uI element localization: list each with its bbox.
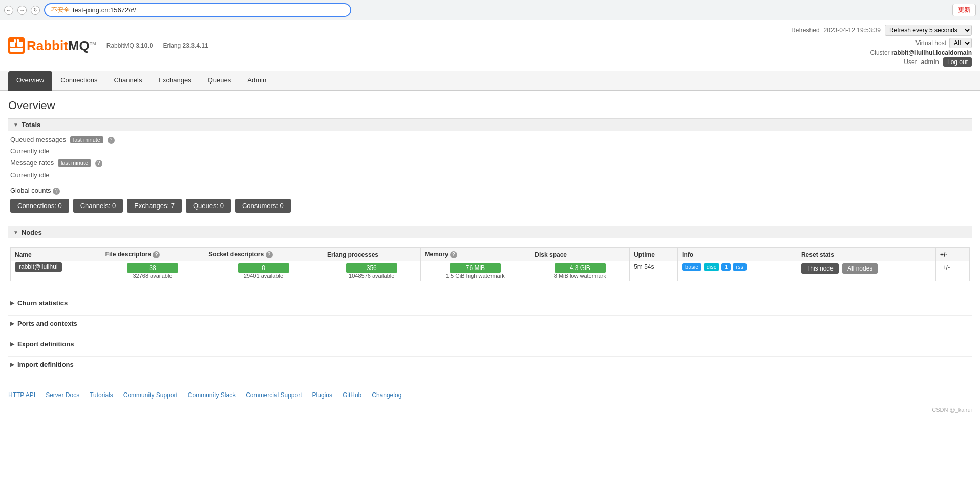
queued-help-icon[interactable]: ? (108, 137, 115, 144)
nav-exchanges[interactable]: Exchanges (150, 71, 199, 91)
nodes-body: Name File descriptors ? Socket descripto… (8, 238, 972, 286)
erlang-proc-bar: 356 (346, 263, 397, 273)
channels-count-btn[interactable]: Channels: 0 (73, 199, 123, 213)
socket-desc-cell: 0 29401 available (204, 261, 323, 281)
logo-rabbit: Rabbit (27, 38, 68, 53)
memory-help[interactable]: ? (450, 251, 457, 258)
erlang-version: Erlang 23.3.4.11 (163, 42, 208, 49)
import-definitions-header[interactable]: ▶ Import definitions (8, 356, 972, 373)
ports-contexts-section: ▶ Ports and contexts (8, 315, 972, 332)
consumers-count-btn[interactable]: Consumers: 0 (235, 199, 291, 213)
file-desc-available: 32768 available (105, 273, 200, 279)
socket-desc-help[interactable]: ? (266, 251, 273, 258)
totals-title: Totals (22, 121, 40, 129)
footer-tutorials[interactable]: Tutorials (90, 391, 113, 399)
memory-bar: 76 MiB (450, 263, 501, 273)
nodes-header[interactable]: ▼ Nodes (8, 226, 972, 238)
queues-count-btn[interactable]: Queues: 0 (186, 199, 231, 213)
churn-statistics-title: Churn statistics (17, 299, 68, 307)
back-button[interactable]: ← (4, 6, 13, 15)
vhost-row: Virtual host All / (791, 38, 972, 48)
update-button[interactable]: 更新 (952, 4, 976, 16)
global-counts-help-icon[interactable]: ? (53, 188, 60, 195)
nodes-title: Nodes (22, 229, 42, 236)
export-definitions-header[interactable]: ▶ Export definitions (8, 336, 972, 352)
footer-server-docs[interactable]: Server Docs (46, 391, 79, 399)
refresh-info: Refreshed 2023-04-12 19:53:39 Refresh ev… (791, 25, 972, 36)
ports-contexts-header[interactable]: ▶ Ports and contexts (8, 315, 972, 332)
vhost-select[interactable]: All / (949, 38, 972, 48)
nav-overview[interactable]: Overview (8, 71, 52, 91)
currently-idle-1: Currently idle (10, 147, 970, 155)
main-content: Overview ▼ Totals Queued messages last m… (0, 91, 980, 385)
totals-header[interactable]: ▼ Totals (8, 118, 972, 131)
logo: RabbitMQTM (8, 37, 96, 54)
churn-statistics-section: ▶ Churn statistics (8, 295, 972, 311)
footer-changelog[interactable]: Changelog (372, 391, 401, 399)
logout-button[interactable]: Log out (943, 57, 972, 67)
totals-section: ▼ Totals Queued messages last minute ? C… (8, 118, 972, 218)
import-definitions-title: Import definitions (17, 361, 74, 368)
logo-tm: TM (90, 41, 96, 46)
plus-minus-icon[interactable]: +/- (940, 261, 952, 273)
rabbitmq-version: RabbitMQ 3.10.0 (106, 42, 153, 49)
footer: HTTP API Server Docs Tutorials Community… (0, 385, 980, 405)
address-bar[interactable]: 不安全 test-jxing.cn:15672/#/ (44, 3, 351, 17)
footer-community-slack[interactable]: Community Slack (188, 391, 236, 399)
footer-community-support[interactable]: Community Support (123, 391, 178, 399)
browser-actions: 更新 (952, 4, 976, 16)
exchanges-count-btn[interactable]: Exchanges: 7 (127, 199, 182, 213)
forward-button[interactable]: → (17, 6, 27, 15)
export-triangle: ▶ (10, 341, 14, 347)
footer-plugins[interactable]: Plugins (312, 391, 332, 399)
info-cell: basic disc 1 rss (678, 261, 797, 281)
churn-triangle: ▶ (10, 300, 14, 306)
rabbitmq-app: RabbitMQTM RabbitMQ 3.10.0 Erlang 23.3.4… (0, 20, 980, 492)
socket-desc-bar: 0 (238, 263, 289, 273)
disk-space-cell: 4.3 GiB 8 MiB low watermark (530, 261, 630, 281)
badge-disc: disc (704, 263, 720, 271)
reset-stats-cell: This node All nodes (797, 261, 935, 281)
cluster-row: Cluster rabbit@liulihui.localdomain (791, 49, 972, 56)
refreshed-time: 2023-04-12 19:53:39 (824, 27, 881, 34)
file-desc-help[interactable]: ? (153, 251, 160, 258)
logo-mq: MQ (68, 38, 90, 53)
this-node-button[interactable]: This node (801, 263, 839, 274)
churn-statistics-header[interactable]: ▶ Churn statistics (8, 295, 972, 311)
footer-bottom: CSDN @_kairui (0, 405, 980, 417)
global-counts-label: Global counts (10, 187, 51, 194)
footer-bottom-text: CSDN @_kairui (932, 407, 972, 413)
footer-github[interactable]: GitHub (343, 391, 361, 399)
version-info: RabbitMQ 3.10.0 Erlang 23.3.4.11 (106, 42, 208, 49)
badge-num: 1 (721, 263, 731, 271)
footer-http-api[interactable]: HTTP API (8, 391, 35, 399)
nav-channels[interactable]: Channels (105, 71, 150, 91)
global-counts-buttons: Connections: 0 Channels: 0 Exchanges: 7 … (10, 199, 970, 213)
last-minute-badge2: last minute (58, 159, 91, 167)
plus-minus-cell: +/- (935, 261, 969, 281)
connections-count-btn[interactable]: Connections: 0 (10, 199, 69, 213)
info-badges: basic disc 1 rss (682, 263, 793, 271)
nav-queues[interactable]: Queues (200, 71, 240, 91)
cluster-label: Cluster (870, 49, 890, 56)
refresh-button[interactable]: ↻ (31, 6, 40, 15)
nav-admin[interactable]: Admin (239, 71, 274, 91)
erlang-proc-cell: 356 1048576 available (323, 261, 420, 281)
node-name-badge: rabbit@liulihui (15, 262, 62, 272)
export-definitions-title: Export definitions (17, 340, 74, 348)
footer-commercial-support[interactable]: Commercial Support (246, 391, 302, 399)
security-warning: 不安全 (51, 6, 70, 14)
all-nodes-button[interactable]: All nodes (842, 263, 878, 274)
totals-arrow: ▼ (13, 122, 18, 128)
refresh-select[interactable]: Refresh every 5 seconds Refresh every 10… (885, 25, 972, 36)
top-right: Refreshed 2023-04-12 19:53:39 Refresh ev… (791, 25, 972, 67)
global-counts-row: Global counts ? (10, 187, 970, 195)
message-rates-help-icon[interactable]: ? (95, 160, 102, 167)
file-desc-bar: 38 (127, 263, 178, 273)
queued-messages-label: Queued messages (10, 136, 66, 143)
memory-cell: 76 MiB 1.5 GiB high watermark (420, 261, 530, 281)
nav-connections[interactable]: Connections (52, 71, 105, 91)
col-uptime: Uptime (630, 248, 678, 261)
message-rates-row: Message rates last minute ? (10, 159, 970, 167)
nodes-table: Name File descriptors ? Socket descripto… (10, 247, 970, 281)
